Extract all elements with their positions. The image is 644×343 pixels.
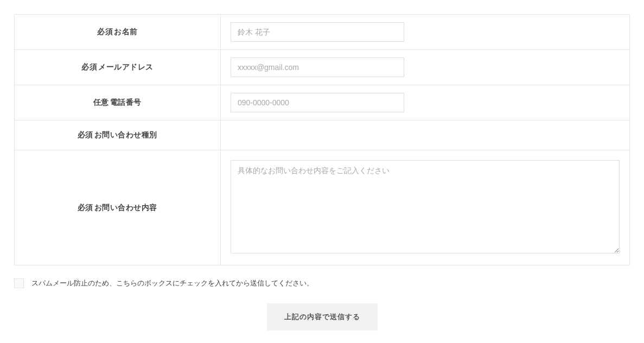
required-badge: 必須 xyxy=(78,131,93,139)
form-row-phone: 任意電話番号 xyxy=(15,85,630,120)
phone-input[interactable] xyxy=(231,93,404,112)
label-text: お問い合わせ内容 xyxy=(94,204,157,212)
label-name: 必須お名前 xyxy=(15,15,221,50)
label-text: お名前 xyxy=(114,28,138,36)
name-input[interactable] xyxy=(231,22,404,42)
spam-check-label: スパムメール防止のため、こちらのボックスにチェックを入れてから送信してください。 xyxy=(31,278,314,288)
inquiry-body-textarea[interactable] xyxy=(231,160,620,253)
label-text: お問い合わせ種別 xyxy=(94,131,157,139)
submit-button[interactable]: 上記の内容で送信する xyxy=(267,303,378,331)
form-row-email: 必須メールアドレス xyxy=(15,50,630,85)
label-text: メールアドレス xyxy=(98,63,154,71)
submit-wrap: 上記の内容で送信する xyxy=(14,303,630,331)
label-phone: 任意電話番号 xyxy=(15,85,221,120)
required-badge: 必須 xyxy=(81,63,97,71)
required-badge: 必須 xyxy=(97,28,113,36)
optional-badge: 任意 xyxy=(93,98,109,106)
spam-check-row: スパムメール防止のため、こちらのボックスにチェックを入れてから送信してください。 xyxy=(14,278,630,288)
spam-checkbox[interactable] xyxy=(14,278,24,288)
label-email: 必須メールアドレス xyxy=(15,50,221,85)
form-row-inquiry-type: 必須お問い合わせ種別 xyxy=(15,120,630,150)
inquiry-type-cell xyxy=(220,120,629,150)
form-row-name: 必須お名前 xyxy=(15,15,630,50)
email-input[interactable] xyxy=(231,58,404,77)
form-row-inquiry-body: 必須お問い合わせ内容 xyxy=(15,150,630,265)
label-text: 電話番号 xyxy=(110,98,142,106)
required-badge: 必須 xyxy=(78,204,93,212)
contact-form-table: 必須お名前 必須メールアドレス 任意電話番号 必須お問い合わせ種別 xyxy=(14,14,630,265)
label-inquiry-body: 必須お問い合わせ内容 xyxy=(15,150,221,265)
label-inquiry-type: 必須お問い合わせ種別 xyxy=(15,120,221,150)
